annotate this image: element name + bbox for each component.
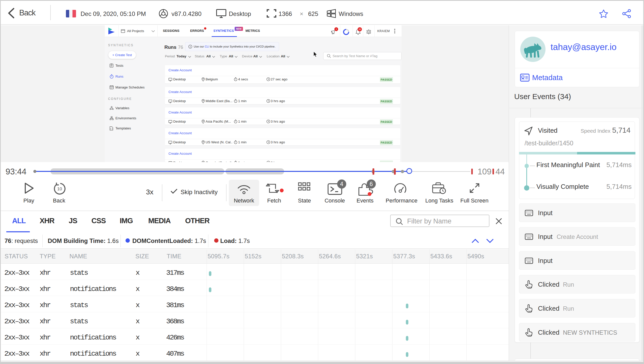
svg-text:10: 10 (57, 187, 62, 191)
